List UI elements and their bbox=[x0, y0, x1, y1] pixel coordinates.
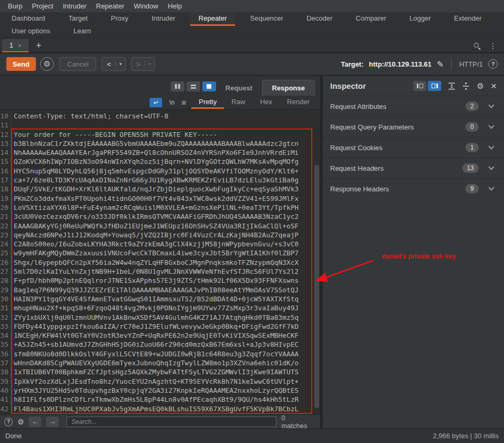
cancel-button[interactable]: Cancel bbox=[59, 57, 96, 71]
menu-item[interactable]: Help bbox=[163, 0, 186, 12]
edit-target-pencil-icon[interactable]: ✎ bbox=[437, 59, 444, 69]
editor-scrollbar[interactable] bbox=[314, 165, 319, 408]
view-icons: ↵ \n ≡ bbox=[150, 96, 191, 109]
back-arrow-label[interactable]: < bbox=[102, 60, 116, 68]
help-icon[interactable]: ? bbox=[488, 59, 498, 69]
layout-single-icon[interactable] bbox=[202, 81, 216, 91]
inspector-section-count-badge: 0 bbox=[465, 122, 479, 132]
line-number: 16 bbox=[0, 167, 11, 176]
module-tab[interactable]: Project options bbox=[497, 12, 504, 26]
view-tab[interactable]: Render bbox=[279, 96, 317, 109]
inspector-close-icon[interactable]: × bbox=[491, 81, 497, 91]
editor-menu-icon[interactable]: ≡ bbox=[181, 98, 186, 107]
status-text: Done bbox=[5, 432, 22, 440]
message-tab[interactable]: Response bbox=[262, 80, 315, 96]
search-input[interactable] bbox=[67, 417, 276, 427]
module-tab-label: Proxy bbox=[111, 14, 128, 22]
code-text: +A5JZn45+sb1AUmvdJ7ZhGHhHSjDG0iZuoU66rZ9… bbox=[11, 340, 298, 349]
forward-history-button[interactable]: > ▾ bbox=[131, 57, 155, 71]
back-dropdown-icon[interactable]: ▾ bbox=[116, 61, 125, 67]
code-text: DUqF/SVkE/tKGDH+XrKl6ltAUKfald/nqJrZbjDi… bbox=[11, 184, 298, 193]
forward-dropdown-icon[interactable]: ▾ bbox=[145, 61, 154, 67]
menu-item[interactable]: Window bbox=[129, 0, 163, 12]
code-line: 15 QZoKVCX6hIWp7IOBzN3oO94nWInXYqh2oz5ij… bbox=[0, 157, 320, 166]
inspector-header: Inspector bbox=[323, 76, 504, 96]
code-text: F+pfD/hbh0Mp2ptnEQqlrorJTNE1SxAPphs57E3j… bbox=[11, 276, 298, 285]
code-line: 18 DUqF/SVkE/tKGDH+XrKl6ltAUKfald/nqJrZb… bbox=[0, 184, 320, 193]
inspector-dock-left-icon[interactable] bbox=[413, 81, 426, 91]
module-tab[interactable]: Target bbox=[60, 12, 96, 26]
inspector-settings-gear-icon[interactable]: ⚙ bbox=[477, 81, 483, 91]
code-text: wHnnDAKd85CgPWAUEVXyUGDE6mTyexJubnoQhqIz… bbox=[11, 358, 298, 367]
inspector-section-label: Response Headers bbox=[330, 185, 389, 193]
search-help-icon[interactable]: ? bbox=[4, 418, 13, 426]
add-tab-button[interactable]: + bbox=[36, 41, 42, 50]
inspector-section-count-badge: 2 bbox=[465, 101, 479, 111]
menu-item[interactable]: Project bbox=[27, 0, 58, 12]
module-tab[interactable]: Repeater bbox=[190, 12, 235, 26]
layout-rows-icon[interactable] bbox=[186, 81, 200, 91]
module-tab[interactable]: Intruder bbox=[143, 12, 184, 26]
word-wrap-icon[interactable]: ↵ bbox=[150, 98, 162, 107]
view-tab[interactable]: Raw bbox=[224, 96, 253, 109]
module-tab[interactable]: Sequencer bbox=[241, 12, 292, 26]
view-tabs: ↵ \n ≡ Pretty Raw Hex Render bbox=[0, 96, 320, 109]
module-tab[interactable]: Extender bbox=[446, 12, 490, 26]
back-history-button[interactable]: < ▾ bbox=[101, 57, 125, 71]
send-settings-gear-icon[interactable]: ⚙ bbox=[40, 57, 54, 71]
line-number: 15 bbox=[0, 157, 11, 166]
view-tab[interactable]: Hex bbox=[253, 96, 279, 109]
menu-item[interactable]: Repeater bbox=[91, 0, 129, 12]
chevron-down-icon[interactable] bbox=[488, 123, 494, 128]
expand-all-icon[interactable] bbox=[448, 82, 455, 90]
chevron-down-icon[interactable] bbox=[488, 102, 494, 108]
inspector-section[interactable]: Request Query Parameters 0 bbox=[323, 116, 504, 137]
inspector-section[interactable]: Response Headers 9 bbox=[323, 178, 504, 199]
inspector-section[interactable]: Request Attributes 2 bbox=[323, 96, 504, 116]
repeater-tab-1[interactable]: 1 × bbox=[2, 39, 29, 52]
previous-match-button[interactable]: ← bbox=[29, 417, 41, 427]
target-url: http://10.129.113.61 bbox=[369, 60, 432, 68]
menu-item[interactable]: Intruder bbox=[58, 0, 91, 12]
chevron-down-icon[interactable] bbox=[488, 184, 494, 190]
inspector-section[interactable]: Request Headers 13 bbox=[323, 158, 504, 178]
chevron-down-icon[interactable] bbox=[488, 164, 494, 170]
inspector-section[interactable]: Request Cookies 1 bbox=[323, 137, 504, 158]
inspector-section-label: Request Cookies bbox=[330, 144, 382, 152]
burp-suite-window: Burp Project Intruder Repeater Window He… bbox=[0, 0, 504, 443]
chevron-down-icon[interactable] bbox=[488, 143, 494, 149]
status-bar: Done 2,966 bytes | 30 millis bbox=[0, 428, 504, 443]
inspector-dock-right-icon[interactable] bbox=[428, 81, 441, 91]
search-settings-gear-icon[interactable]: ⚙ bbox=[17, 418, 24, 426]
send-button[interactable]: Send bbox=[6, 57, 36, 71]
close-tab-icon[interactable]: × bbox=[18, 42, 21, 49]
module-tab[interactable]: Logger bbox=[401, 12, 439, 26]
module-tab[interactable]: Dashboard bbox=[3, 12, 54, 26]
kebab-menu-icon[interactable]: ⋮ bbox=[489, 42, 497, 50]
line-number: 19 bbox=[0, 194, 11, 203]
code-text: IpXkVf2ozXdLxjJEsdTno8hz/YuocEYU2nAgzhtQ… bbox=[11, 377, 298, 386]
message-tab[interactable]: Request bbox=[216, 80, 262, 96]
code-line: 30 HAIN3PY1tgqGY4VE4SfAmnETvatGGwqS01IAm… bbox=[0, 294, 320, 303]
module-tab[interactable]: Decoder bbox=[298, 12, 341, 26]
module-tab[interactable]: User options bbox=[3, 26, 59, 38]
http-version-label[interactable]: HTTP/1 bbox=[459, 60, 483, 68]
module-tab[interactable]: Proxy bbox=[102, 12, 137, 26]
response-editor[interactable]: 10 Content-Type: text/html; charset=UTF-… bbox=[0, 109, 320, 414]
module-tab[interactable]: Learn bbox=[65, 26, 99, 38]
show-newlines-icon[interactable]: \n bbox=[169, 99, 174, 106]
code-text: 3cUU0VezCezxqDV6rs/o333JDf0klkIRmsQTVMCV… bbox=[11, 212, 298, 221]
menu-item[interactable]: Burp bbox=[3, 0, 27, 12]
collapse-all-icon[interactable] bbox=[462, 82, 470, 90]
layout-columns-icon[interactable] bbox=[171, 81, 184, 91]
next-match-button[interactable]: → bbox=[46, 417, 59, 427]
code-text: ZYy1xbUXlj0qU0lzmnUUMVnv1AkBnwXSDf5AV4Gu… bbox=[11, 313, 298, 322]
line-number: 26 bbox=[0, 258, 11, 267]
forward-arrow-label[interactable]: > bbox=[132, 60, 145, 68]
module-tab[interactable]: Comparer bbox=[347, 12, 395, 26]
repeater-tab-strip: 1 × + ⋮ bbox=[0, 38, 504, 53]
code-line: 22 EAAAGBAKyYGj0ReUuPWQfkJfHDoZ1EUjmeJ1W… bbox=[0, 222, 320, 230]
inspector-section-count-badge: 9 bbox=[465, 184, 479, 193]
search-icon[interactable] bbox=[474, 43, 481, 50]
view-tab[interactable]: Pretty bbox=[191, 96, 224, 109]
